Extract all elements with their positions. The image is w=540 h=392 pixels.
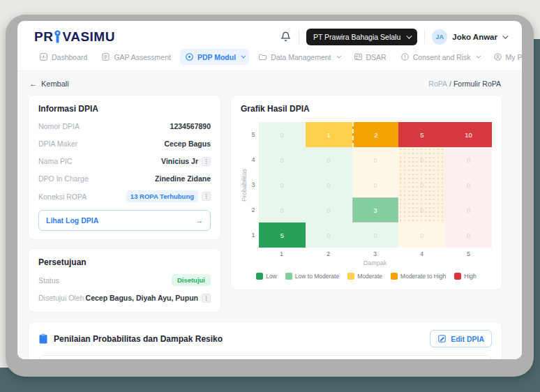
logo-text-pre: PR bbox=[34, 29, 53, 45]
heatmap-cell-p2-d4: 0 bbox=[398, 197, 445, 223]
header-right: PT Prawira Bahagia Selalu JA Joko Anwar bbox=[280, 29, 507, 45]
persetujuan-title: Persetujuan bbox=[38, 257, 211, 267]
breadcrumb-separator: / bbox=[449, 80, 451, 88]
back-arrow-icon: ← bbox=[29, 80, 37, 88]
heatmap-cell-p3-d2: 0 bbox=[306, 172, 352, 197]
info-row: DPO In ChargeZinedine Zidane bbox=[38, 173, 211, 184]
edit-dpia-label: Edit DPIA bbox=[451, 335, 484, 343]
info-row: Nama PICVinicius Jr⋮ bbox=[38, 156, 211, 167]
x-axis-ticks: 12345 bbox=[258, 250, 492, 257]
breadcrumb: RoPA/Formulir RoPA bbox=[428, 80, 501, 88]
x-tick: 2 bbox=[305, 250, 352, 257]
approved-by-value: Cecep Bagus, Diyah Ayu, Pupun bbox=[86, 294, 198, 302]
info-row-label: Koneksi ROPA bbox=[38, 193, 87, 201]
dsar-icon bbox=[354, 52, 363, 61]
status-label: Status bbox=[38, 276, 59, 285]
edit-dpia-button[interactable]: Edit DPIA bbox=[430, 330, 492, 347]
heatmap-cell-p2-d3: 3 bbox=[352, 197, 399, 223]
nav-item-gap-assessment[interactable]: GAP Assessment bbox=[96, 49, 176, 65]
more-icon[interactable]: ⋮ bbox=[202, 157, 211, 166]
back-link[interactable]: ← Kembali bbox=[29, 80, 69, 88]
avatar: JA bbox=[432, 29, 447, 45]
lihat-log-label: Lihat Log DPIA bbox=[46, 216, 98, 225]
legend-swatch bbox=[285, 273, 292, 280]
y-axis-ticks: 54321 bbox=[248, 122, 259, 248]
y-tick: 2 bbox=[248, 197, 259, 223]
heatmap-cell-p4-d5: 0 bbox=[445, 147, 492, 172]
y-tick: 3 bbox=[248, 172, 259, 197]
nav-item-consent-and-risk[interactable]: Consent and Risk bbox=[396, 49, 484, 65]
info-row-label: DPIA Maker bbox=[38, 140, 77, 148]
user-name: Joko Anwar bbox=[452, 33, 497, 41]
gap-assessment-icon bbox=[101, 52, 110, 61]
clipboard-icon bbox=[38, 333, 48, 344]
informasi-dpia-title: Informasi DPIA bbox=[38, 104, 211, 114]
ropa-link-badge[interactable]: 13 ROPA Terhubung bbox=[126, 190, 198, 202]
nav-item-data-management[interactable]: Data Management bbox=[253, 49, 344, 65]
heatmap-cell-p1-d1: 5 bbox=[259, 223, 306, 248]
x-axis-label: Dampak bbox=[258, 259, 492, 266]
user-menu[interactable]: JA Joko Anwar bbox=[432, 29, 507, 45]
heatmap-cell-p3-d1: 0 bbox=[259, 172, 306, 197]
legend-item: Moderate to High bbox=[391, 273, 446, 280]
penilaian-header: Penilaian Probabilitas dan Dampak Resiko bbox=[38, 333, 223, 344]
content-area: ← Kembali RoPA/Formulir RoPA Informasi D… bbox=[17, 71, 522, 359]
heatmap-cell-p3-d5: 0 bbox=[445, 172, 492, 197]
heatmap-cell-p5-d5: 10 bbox=[445, 122, 492, 147]
info-row-value: 1234567890 bbox=[170, 122, 211, 130]
nav-item-label: GAP Assessment bbox=[114, 53, 171, 61]
y-tick: 4 bbox=[248, 147, 259, 172]
legend-label: Low bbox=[266, 273, 277, 280]
breadcrumb-row: ← Kembali RoPA/Formulir RoPA bbox=[29, 80, 501, 88]
chart-legend: LowLow to ModerateModerateModerate to Hi… bbox=[241, 273, 492, 280]
heatmap-cell-p1-d4: 0 bbox=[398, 223, 445, 248]
app-header: PR VASIMU PT Prawira Bahagia Selalu JA bbox=[17, 21, 522, 47]
persetujuan-card: Persetujuan Status Disetujui Disetujui O… bbox=[28, 248, 221, 312]
my-privasimu-icon bbox=[493, 52, 502, 61]
heatmap-cell-p5-d4: 5 bbox=[398, 122, 445, 147]
more-icon[interactable]: ⋮ bbox=[202, 192, 211, 201]
lihat-log-dpia-button[interactable]: Lihat Log DPIA → bbox=[38, 210, 211, 231]
chevron-down-icon bbox=[502, 33, 508, 38]
penilaian-title: Penilaian Probabilitas dan Dampak Resiko bbox=[54, 334, 223, 344]
edit-icon bbox=[437, 334, 447, 343]
approved-by-row: Disetujui Oleh Cecep Bagus, Diyah Ayu, P… bbox=[38, 292, 211, 303]
back-label: Kembali bbox=[41, 80, 69, 88]
legend-swatch bbox=[391, 273, 398, 280]
main-nav: DashboardGAP AssessmentPDP ModulData Man… bbox=[17, 47, 522, 71]
pdp-modul-icon bbox=[185, 52, 194, 61]
nav-item-dashboard[interactable]: Dashboard bbox=[34, 49, 92, 65]
heatmap-cell-p2-d5: 0 bbox=[445, 197, 492, 223]
heatmap-cell-p1-d2: 0 bbox=[306, 223, 352, 248]
consent-risk-icon bbox=[400, 52, 410, 61]
breadcrumb-parent[interactable]: RoPA bbox=[428, 80, 447, 88]
nav-item-dsar[interactable]: DSAR bbox=[349, 49, 391, 65]
notification-bell-icon[interactable] bbox=[280, 31, 292, 43]
nav-item-my-privasimu[interactable]: My Privasimu bbox=[488, 49, 522, 65]
chevron-down-icon bbox=[476, 54, 481, 59]
heatmap-cell-p4-d4: 0 bbox=[398, 147, 445, 172]
heatmap-cell-p3-d4: 0 bbox=[398, 172, 445, 197]
x-tick: 1 bbox=[258, 250, 305, 257]
nav-item-pdp-modul[interactable]: PDP Modul bbox=[180, 49, 249, 65]
informasi-dpia-card: Informasi DPIA Nomor DPIA1234567890DPIA … bbox=[28, 95, 221, 240]
legend-label: High bbox=[464, 273, 476, 280]
divider bbox=[299, 30, 299, 44]
heatmap-cell-p5-d1: 0 bbox=[259, 122, 306, 147]
company-selector[interactable]: PT Prawira Bahagia Selalu bbox=[306, 29, 417, 45]
info-row-value: Cecep Bagus bbox=[164, 140, 211, 148]
nav-item-label: Consent and Risk bbox=[413, 53, 471, 61]
nav-item-label: Data Management bbox=[271, 53, 331, 61]
heatmap-cell-p2-d2: 0 bbox=[306, 197, 352, 223]
x-tick: 3 bbox=[352, 250, 398, 257]
legend-label: Moderate to High bbox=[400, 273, 446, 280]
info-row-label: Nama PIC bbox=[38, 157, 72, 165]
dashboard-icon bbox=[39, 52, 48, 61]
legend-label: Moderate bbox=[357, 273, 382, 280]
more-icon[interactable]: ⋮ bbox=[202, 294, 211, 303]
nav-item-label: DSAR bbox=[366, 53, 387, 61]
nav-item-label: Dashboard bbox=[52, 53, 87, 61]
company-name: PT Prawira Bahagia Selalu bbox=[313, 33, 400, 41]
legend-item: Low bbox=[256, 273, 277, 280]
nav-item-label: PDP Modul bbox=[197, 53, 236, 61]
